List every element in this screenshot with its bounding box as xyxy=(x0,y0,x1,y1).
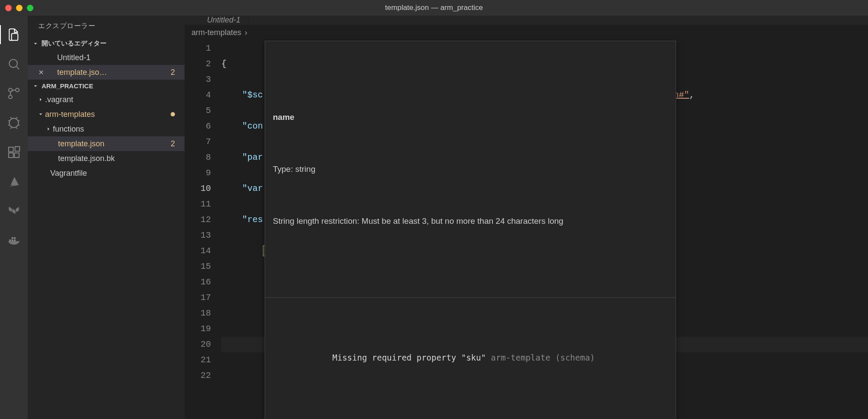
window-title: template.json — arm_practice xyxy=(385,3,483,12)
svg-point-3 xyxy=(9,88,12,92)
breadcrumbs[interactable]: arm-templates › xyxy=(185,25,868,41)
svg-point-2 xyxy=(9,95,12,99)
svg-point-1 xyxy=(16,88,19,92)
tooltip-description: String length restriction: Must be at le… xyxy=(273,213,668,229)
chevron-right-icon xyxy=(36,97,45,103)
breadcrumb-sep: › xyxy=(245,28,247,37)
svg-rect-8 xyxy=(9,239,11,241)
docker-icon[interactable] xyxy=(0,227,28,255)
titlebar: template.json — arm_practice xyxy=(0,0,868,16)
debug-icon[interactable] xyxy=(0,109,28,137)
file-icon xyxy=(46,68,55,76)
azure-icon[interactable] xyxy=(0,168,28,196)
open-editors-header[interactable]: 開いているエディター xyxy=(28,37,185,50)
file-icon xyxy=(47,140,56,148)
problems-badge: 2 xyxy=(171,68,181,77)
explorer-icon[interactable] xyxy=(0,21,28,48)
file-name: template.jso… xyxy=(57,68,107,77)
svg-rect-9 xyxy=(12,239,13,241)
folder-name: arm-templates xyxy=(45,110,95,119)
activity-bar xyxy=(0,16,28,419)
breadcrumb-segment: arm-templates xyxy=(191,28,241,37)
chevron-down-icon xyxy=(31,41,40,47)
traffic-lights xyxy=(5,5,33,11)
svg-rect-11 xyxy=(12,237,13,239)
file-name: Untitled-1 xyxy=(57,53,91,62)
file-item-template-json[interactable]: template.json 2 xyxy=(28,136,185,151)
tooltip-title: name xyxy=(273,110,668,125)
open-editor-item[interactable]: Untitled-1 xyxy=(28,50,185,65)
problems-badge: 2 xyxy=(171,139,181,148)
svg-point-0 xyxy=(9,59,17,68)
file-name: template.json.bk xyxy=(58,154,115,163)
folder-item-arm-templates[interactable]: arm-templates xyxy=(28,107,185,122)
search-icon[interactable] xyxy=(0,50,28,78)
minimize-window-button[interactable] xyxy=(16,5,23,11)
folder-item-vagrant[interactable]: .vagrant xyxy=(28,92,185,107)
file-icon xyxy=(46,54,55,61)
modified-dot-icon xyxy=(171,112,175,116)
close-icon[interactable] xyxy=(36,69,46,76)
close-window-button[interactable] xyxy=(5,5,12,11)
editor: Untitled-1 arm-templates › 1 2 3 4 5 6 7… xyxy=(185,16,868,419)
sidebar: エクスプローラー 開いているエディター Untitled-1 templ xyxy=(28,16,185,419)
folder-name: functions xyxy=(53,125,84,134)
folder-item-functions[interactable]: functions xyxy=(28,122,185,136)
svg-rect-10 xyxy=(14,239,16,241)
folder-name: .vagrant xyxy=(45,95,73,104)
chevron-down-icon xyxy=(36,111,45,117)
file-icon xyxy=(47,155,56,162)
hover-tooltip: name Type: string String length restrict… xyxy=(265,41,676,419)
code[interactable]: { "$sc loymentTemplate.json#", "con "par… xyxy=(221,41,868,419)
file-item-vagrantfile[interactable]: Vagrantfile xyxy=(28,166,185,180)
code-editor[interactable]: 1 2 3 4 5 6 7 8 9 10 11 12 13 14 15 16 1… xyxy=(185,41,868,419)
tab-untitled[interactable]: Untitled-1 xyxy=(185,16,249,25)
gutter: 1 2 3 4 5 6 7 8 9 10 11 12 13 14 15 16 1… xyxy=(185,41,221,419)
tooltip-error: Missing required property "sku" arm-temp… xyxy=(265,329,676,386)
svg-rect-6 xyxy=(14,153,19,158)
svg-rect-7 xyxy=(15,147,20,151)
svg-rect-12 xyxy=(14,237,16,239)
maximize-window-button[interactable] xyxy=(27,5,33,11)
tooltip-type: Type: string xyxy=(273,161,668,177)
file-item-template-json-bk[interactable]: template.json.bk xyxy=(28,151,185,166)
file-name: Vagrantfile xyxy=(50,169,87,178)
open-editors-label: 開いているエディター xyxy=(42,39,107,48)
svg-rect-4 xyxy=(9,147,13,152)
file-icon xyxy=(192,16,202,24)
extensions-icon[interactable] xyxy=(0,139,28,166)
tabs: Untitled-1 xyxy=(185,16,868,25)
workspace-header[interactable]: ARM_PRACTICE xyxy=(28,80,185,92)
source-control-icon[interactable] xyxy=(0,80,28,107)
tooltip-error: Missing required property "kind" arm-tem… xyxy=(265,417,676,419)
file-icon xyxy=(39,169,49,177)
file-name: template.json xyxy=(58,139,104,148)
sidebar-title: エクスプローラー xyxy=(28,16,185,37)
tab-label: Untitled-1 xyxy=(207,16,240,25)
open-editor-item[interactable]: template.jso… 2 xyxy=(28,65,185,80)
svg-rect-5 xyxy=(9,153,13,158)
chevron-right-icon xyxy=(44,126,53,132)
workspace-label: ARM_PRACTICE xyxy=(42,82,93,90)
chevron-down-icon xyxy=(31,83,40,89)
terraform-icon[interactable] xyxy=(0,197,28,225)
